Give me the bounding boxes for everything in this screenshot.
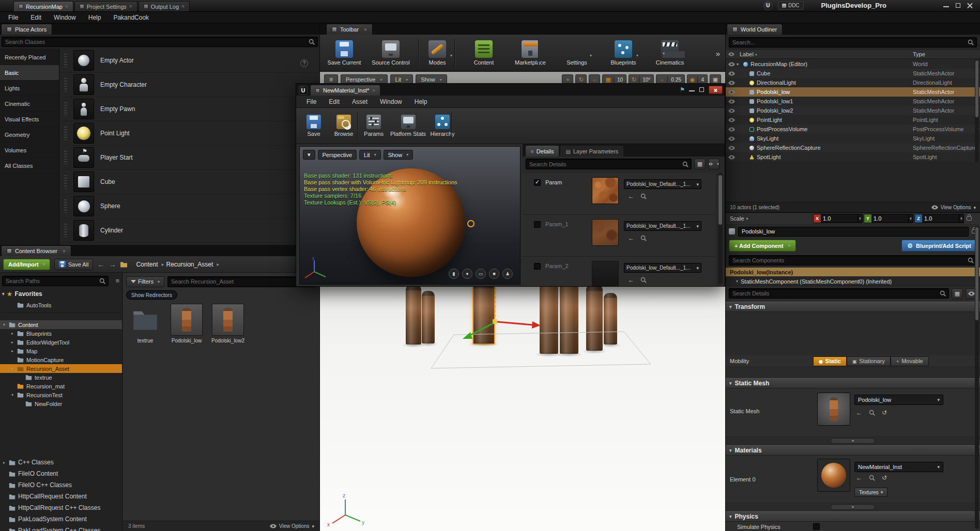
asset-tile[interactable]: textrue xyxy=(127,304,163,344)
toolbar-button[interactable]: Hierarchy xyxy=(429,115,456,137)
character-mesh[interactable] xyxy=(586,285,603,351)
toolbar-button[interactable]: Params xyxy=(360,115,387,137)
character-mesh[interactable] xyxy=(604,293,617,345)
spinner-icon[interactable] xyxy=(959,214,963,223)
use-selected-icon[interactable]: ← xyxy=(856,474,862,481)
toolbar-button[interactable]: Cinematics xyxy=(649,40,691,66)
material-combo[interactable]: NewMaterial_Inst ▾ xyxy=(854,462,943,472)
preview-perspective-button[interactable]: Perspective xyxy=(318,150,357,160)
browse-icon[interactable] xyxy=(869,475,875,481)
breadcrumb-item[interactable]: Content xyxy=(136,261,164,268)
window-tab[interactable]: Project Settings × xyxy=(74,1,137,11)
toolbar-button[interactable]: Blueprints xyxy=(602,40,645,66)
content-browser-tab[interactable]: Content Browser × xyxy=(1,245,71,256)
toolbar-tab[interactable]: Toolbar × xyxy=(326,24,373,35)
toolbar-button[interactable]: Save xyxy=(300,115,327,137)
visibility-eye-icon[interactable] xyxy=(728,71,735,76)
browse-icon[interactable] xyxy=(640,277,647,283)
tab-close-icon[interactable]: × xyxy=(129,4,132,9)
back-icon[interactable]: ← xyxy=(97,260,104,269)
menu-item[interactable]: Window xyxy=(48,12,82,23)
texture-combo[interactable]: Podolski_low_Default..._1... ▾ xyxy=(624,263,701,273)
window-tab[interactable]: RecursionMap × xyxy=(13,1,73,11)
visibility-eye-icon[interactable] xyxy=(728,81,735,85)
ddc-button[interactable]: DDC xyxy=(778,2,804,10)
save-all-button[interactable]: Save All xyxy=(54,259,94,270)
toolbar-button[interactable]: Browse xyxy=(330,115,357,137)
expand-icon[interactable] xyxy=(737,62,739,67)
use-selected-icon[interactable]: ← xyxy=(628,276,634,284)
search-classes-input[interactable] xyxy=(2,37,318,47)
maximize-icon[interactable] xyxy=(699,87,705,92)
material-search-details-field[interactable] xyxy=(526,161,682,167)
reset-icon[interactable]: ↺ xyxy=(882,474,887,481)
add-component-button[interactable]: + Add Component xyxy=(729,240,796,252)
static-mesh-section-header[interactable]: ▾ Static Mesh xyxy=(726,378,980,388)
parameter-checkbox[interactable] xyxy=(534,221,541,228)
view-options-button[interactable]: View Options ▾ xyxy=(270,523,314,529)
expand-icon[interactable] xyxy=(11,366,17,371)
category-item[interactable]: Basic xyxy=(0,65,59,81)
expand-icon[interactable] xyxy=(11,340,17,345)
preview-cylinder-icon[interactable]: ▮ xyxy=(449,269,459,279)
window-tab[interactable]: Output Log × xyxy=(139,1,190,11)
menu-item[interactable]: PakandCook xyxy=(107,12,155,23)
drag-handle-icon[interactable] xyxy=(64,151,67,164)
source-root-item[interactable]: FileIO C++ Classes xyxy=(0,479,122,491)
outliner-row[interactable]: SkyLight SkyLight xyxy=(726,134,980,143)
drag-handle-icon[interactable] xyxy=(64,199,67,213)
outliner-row[interactable]: Podolski_low2 StaticMeshActor xyxy=(726,106,980,115)
visibility-eye-icon[interactable] xyxy=(728,136,735,141)
help-icon[interactable]: ? xyxy=(300,59,308,67)
expand-icon[interactable] xyxy=(11,331,17,336)
placeable-actor-row[interactable]: Player Start xyxy=(60,146,319,170)
folder-tree-item[interactable]: Map xyxy=(0,347,122,355)
sources-list-icon[interactable]: ≡ xyxy=(115,277,119,285)
preview-show-button[interactable]: Show xyxy=(384,150,414,160)
filters-button[interactable]: Filters xyxy=(126,276,164,287)
preview-menu-icon[interactable]: ▾ xyxy=(303,150,315,160)
static-mesh-combo[interactable]: Podolski_low ▾ xyxy=(854,395,943,405)
show-redirectors-filter[interactable]: Show Redirectors xyxy=(126,290,177,300)
spinner-icon[interactable] xyxy=(858,214,862,223)
tab-close-icon[interactable]: × xyxy=(364,27,367,33)
folder-tree-item[interactable]: Recursion_mat xyxy=(0,382,122,391)
texture-combo[interactable]: Podolski_low_Default..._1... ▾ xyxy=(624,221,701,231)
parameters-scrollbar[interactable] xyxy=(718,173,723,284)
static-mesh-thumbnail[interactable] xyxy=(817,393,850,426)
texture-thumbnail[interactable] xyxy=(592,177,619,204)
use-selected-icon[interactable]: ← xyxy=(856,409,862,416)
details-scrollbar[interactable] xyxy=(975,226,979,529)
mobility-option[interactable]: Static xyxy=(813,356,847,366)
transform-row-label[interactable]: Scale xyxy=(726,215,813,222)
material-window-titlebar[interactable]: U NewMaterial_Inst* × ⚑ xyxy=(296,84,725,96)
material-preview-viewport[interactable]: ▾ Perspective Lit Show Base pass shader:… xyxy=(299,146,520,285)
reset-icon[interactable]: ↺ xyxy=(882,409,887,416)
component-row[interactable]: StaticMeshComponent (StaticMeshComponent… xyxy=(726,277,980,286)
scale-lock-icon[interactable] xyxy=(967,216,972,221)
close-icon[interactable] xyxy=(709,86,723,94)
outliner-row[interactable]: PostProcessVolume PostProcessVolume xyxy=(726,124,980,134)
drag-handle-icon[interactable] xyxy=(64,127,67,140)
folder-tree-item[interactable]: NewFolder xyxy=(0,399,122,408)
placeable-actor-row[interactable]: Empty Actor xyxy=(60,49,319,73)
outliner-row[interactable]: SpotLight SpotLight xyxy=(726,152,980,162)
minimize-icon[interactable] xyxy=(943,3,949,8)
settings-grid-icon[interactable]: ▦ xyxy=(952,288,963,299)
menu-item[interactable]: Asset xyxy=(346,96,374,107)
section-expander[interactable]: ▾ xyxy=(831,438,875,444)
preview-lit-button[interactable]: Lit xyxy=(359,150,381,160)
preview-sphere-icon[interactable]: ● xyxy=(462,269,472,279)
source-root-item[interactable]: PakLoadSystem Content xyxy=(0,513,122,525)
transform-section-header[interactable]: ▾ Transform xyxy=(726,302,980,312)
toolbar-button[interactable]: Save Current xyxy=(323,40,365,66)
visibility-eye-icon[interactable] xyxy=(728,118,735,122)
menu-item[interactable]: Help xyxy=(408,96,434,107)
visibility-eye-icon[interactable] xyxy=(728,155,735,160)
outliner-scrollbar[interactable] xyxy=(975,59,979,163)
materials-section-header[interactable]: ▾ Materials xyxy=(726,445,980,456)
tab-close-icon[interactable]: × xyxy=(65,4,68,9)
folder-tree-item[interactable]: Content xyxy=(0,320,122,329)
visibility-eye-icon[interactable] xyxy=(728,108,735,113)
drag-handle-icon[interactable] xyxy=(64,102,67,116)
